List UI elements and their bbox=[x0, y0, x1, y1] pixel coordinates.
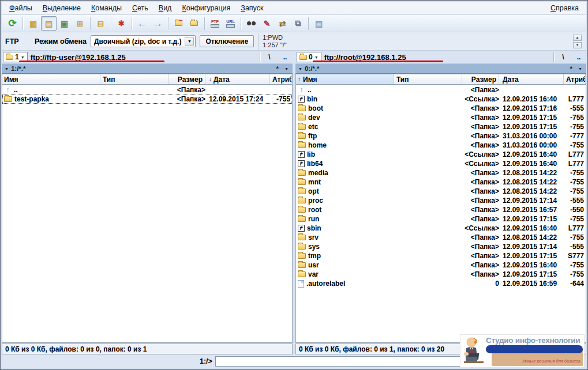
root-dir-button[interactable]: \ bbox=[263, 53, 276, 61]
left-path-bar[interactable]: ▼ 1:/*.* * ▼ bbox=[2, 63, 293, 74]
ftp-url-icon[interactable]: URL bbox=[223, 16, 238, 31]
paste-icon[interactable]: ⧉ bbox=[290, 16, 306, 31]
toolbar-separator bbox=[132, 17, 132, 30]
file-size: <Папка> bbox=[462, 215, 499, 223]
file-name: root bbox=[308, 206, 321, 214]
column-header-date[interactable]: Дата bbox=[499, 74, 564, 84]
file-row[interactable]: ↱bin<Ссылка>12.09.2015 16:40L777 bbox=[296, 95, 586, 104]
chevron-down-icon[interactable]: ▼ bbox=[5, 67, 9, 71]
pack-dirs-icon[interactable]: ▾ bbox=[171, 16, 186, 31]
file-row[interactable]: ↱sbin<Ссылка>12.09.2015 16:40L777 bbox=[296, 224, 586, 233]
file-row[interactable]: ↱lib64<Ссылка>12.09.2015 16:40L777 bbox=[296, 159, 586, 168]
chevron-down-icon[interactable]: ▼ bbox=[284, 67, 289, 71]
file-row[interactable]: root<Папка>12.09.2015 16:57-550 bbox=[296, 205, 586, 214]
file-row[interactable]: ↑..<Папка> bbox=[2, 85, 292, 95]
total-commander-window: ФайлыВыделениеКомандыСетьВидКонфигурация… bbox=[0, 0, 588, 370]
menu-item-конфигурация[interactable]: Конфигурация bbox=[177, 2, 235, 14]
toolbar-separator bbox=[168, 17, 168, 30]
tree-view-icon[interactable]: ⊞ bbox=[72, 16, 88, 31]
brief-view-icon[interactable]: ▦ bbox=[25, 16, 41, 31]
ftp-connect-icon[interactable]: FTP bbox=[207, 16, 223, 31]
file-date: 12.09.2015 17:24 bbox=[205, 95, 270, 103]
forward-icon[interactable]: → bbox=[150, 16, 166, 31]
column-header-type[interactable]: Тип bbox=[100, 74, 168, 84]
file-date: 12.09.2015 17:15 bbox=[499, 270, 564, 278]
file-row[interactable]: srv<Папка>12.08.2015 14:22-755 bbox=[296, 233, 586, 242]
file-row[interactable]: etc<Папка>12.09.2015 17:15-755 bbox=[296, 122, 586, 131]
search-icon[interactable] bbox=[244, 16, 259, 31]
column-header-size[interactable]: Размер bbox=[168, 74, 205, 84]
column-header-name[interactable]: Имя bbox=[2, 74, 100, 84]
file-size: <Ссылка> bbox=[462, 150, 499, 158]
transfer-mode-select[interactable]: Двоичный (zip, doc и т.д.) ▼ bbox=[91, 35, 196, 47]
parent-dir-button[interactable]: .. bbox=[279, 53, 291, 61]
file-row[interactable]: boot<Папка>12.09.2015 17:16-555 bbox=[296, 104, 586, 113]
file-row[interactable]: media<Папка>12.08.2015 14:22-755 bbox=[296, 168, 586, 178]
parent-dir-button[interactable]: .. bbox=[572, 53, 585, 61]
toolbar-separator bbox=[111, 17, 111, 30]
file-name: tmp bbox=[308, 252, 321, 260]
file-icon bbox=[298, 280, 304, 288]
column-header-size[interactable]: Размер bbox=[462, 74, 499, 84]
file-row[interactable]: usr<Папка>12.09.2015 16:40-755 bbox=[296, 260, 586, 270]
file-row[interactable]: ↱lib<Ссылка>12.09.2015 16:40L777 bbox=[296, 150, 586, 159]
file-row[interactable]: ftp<Папка>31.03.2016 00:00-777 bbox=[296, 131, 586, 141]
file-name: lib bbox=[307, 150, 315, 158]
chevron-down-icon[interactable]: ▼ bbox=[578, 67, 582, 71]
menu-item-help[interactable]: Справка bbox=[545, 2, 584, 14]
full-view-icon[interactable]: ▤ bbox=[41, 16, 57, 31]
disconnect-button[interactable]: Отключение bbox=[200, 35, 254, 47]
chevron-down-icon[interactable]: ▼ bbox=[314, 55, 319, 59]
column-header-name[interactable]: ↑Имя bbox=[296, 74, 394, 84]
filter-star[interactable]: * bbox=[276, 65, 279, 72]
file-date: 31.03.2016 00:00 bbox=[499, 132, 564, 140]
notepad-icon[interactable]: ▤ bbox=[311, 16, 327, 31]
file-size: <Ссылка> bbox=[462, 224, 499, 232]
scroll-down-icon[interactable]: ▼ bbox=[573, 42, 582, 48]
file-size: <Папка> bbox=[462, 114, 499, 122]
file-row[interactable]: run<Папка>12.09.2015 17:15-755 bbox=[296, 214, 586, 224]
menu-item-файлы[interactable]: Файлы bbox=[4, 2, 38, 14]
menu-item-вид[interactable]: Вид bbox=[153, 2, 177, 14]
file-size: <Папка> bbox=[462, 252, 499, 260]
menu-item-команды[interactable]: Команды bbox=[86, 2, 127, 14]
filter-icon[interactable]: ✱ bbox=[114, 16, 129, 31]
file-row[interactable]: ↑..<Папка> bbox=[296, 85, 586, 95]
menu-item-запуск[interactable]: Запуск bbox=[235, 2, 268, 14]
file-row[interactable]: tmp<Папка>12.09.2015 17:15S777 bbox=[296, 251, 586, 260]
file-row[interactable]: test-papka<Папка>12.09.2015 17:24-755 bbox=[2, 95, 292, 104]
file-attr: L777 bbox=[564, 224, 586, 232]
chevron-down-icon[interactable]: ▼ bbox=[21, 55, 25, 59]
back-icon[interactable]: ← bbox=[134, 16, 150, 31]
multi-rename-icon[interactable]: ✎ bbox=[259, 16, 275, 31]
menu-item-выделение[interactable]: Выделение bbox=[38, 2, 86, 14]
file-row[interactable]: dev<Папка>12.09.2015 17:15-755 bbox=[296, 113, 586, 122]
chevron-down-icon[interactable]: ▼ bbox=[185, 37, 194, 46]
unpack-dirs-icon[interactable]: ▴ bbox=[186, 16, 202, 31]
column-header-attr[interactable]: Атрибут bbox=[270, 74, 292, 84]
file-row[interactable]: mnt<Папка>12.08.2015 14:22-755 bbox=[296, 178, 586, 187]
filter-star[interactable]: * bbox=[570, 65, 572, 72]
column-header-attr[interactable]: Атрибут bbox=[564, 74, 586, 84]
folder-icon bbox=[298, 207, 306, 213]
file-row[interactable]: .autorelabel012.09.2015 16:59-644 bbox=[296, 279, 586, 288]
file-row[interactable]: var<Папка>12.09.2015 17:15-755 bbox=[296, 270, 586, 279]
thumbnails-view-icon[interactable]: ▣ bbox=[57, 16, 72, 31]
column-header-date[interactable]: ↓Дата bbox=[205, 74, 270, 84]
column-header-type[interactable]: Тип bbox=[394, 74, 462, 84]
refresh-icon[interactable]: ⟳ bbox=[5, 16, 20, 31]
sync-dirs-icon[interactable]: ⇄ bbox=[275, 16, 290, 31]
chevron-down-icon[interactable]: ▼ bbox=[298, 67, 302, 71]
scroll-up-icon[interactable]: ▲ bbox=[573, 35, 582, 41]
dir-branch-icon[interactable]: ⊟ bbox=[93, 16, 108, 31]
file-row[interactable]: home<Папка>31.03.2016 00:00-755 bbox=[296, 141, 586, 150]
file-row[interactable]: sys<Папка>12.09.2015 17:14-555 bbox=[296, 242, 586, 251]
file-row[interactable]: proc<Папка>12.09.2015 17:14-555 bbox=[296, 196, 586, 205]
right-path-bar[interactable]: ▼ 0:/*.* * ▼ bbox=[295, 63, 586, 74]
log-scroll-spinner: ▲ ▼ bbox=[573, 35, 582, 48]
root-dir-button[interactable]: \ bbox=[557, 53, 570, 61]
menu-item-сеть[interactable]: Сеть bbox=[127, 2, 153, 14]
file-name: media bbox=[308, 169, 328, 177]
file-size: <Папка> bbox=[462, 104, 499, 112]
file-row[interactable]: opt<Папка>12.08.2015 14:22-755 bbox=[296, 187, 586, 196]
